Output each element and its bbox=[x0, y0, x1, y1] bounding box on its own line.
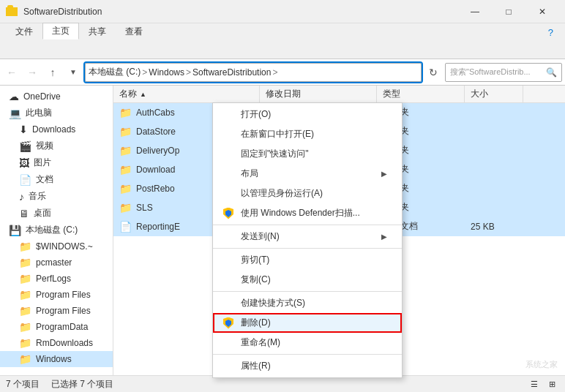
file-size-1 bbox=[465, 122, 523, 140]
ctx-item-0[interactable]: 打开(O) bbox=[213, 105, 402, 124]
maximize-button[interactable]: □ bbox=[492, 0, 525, 23]
sidebar-item-7[interactable]: 🖥桌面 bbox=[0, 205, 113, 222]
tab-home[interactable]: 主页 bbox=[42, 23, 79, 39]
ctx-label-13: 删除(D) bbox=[241, 317, 271, 329]
folder-icon: 📁 bbox=[119, 126, 132, 137]
path-part-1[interactable]: Windows bbox=[149, 67, 184, 78]
sidebar-icon-6: ♪ bbox=[19, 191, 24, 203]
sidebar-icon-7: 🖥 bbox=[19, 208, 29, 219]
ctx-item-9[interactable]: 剪切(T) bbox=[213, 250, 402, 270]
sidebar-item-2[interactable]: ⬇Downloads bbox=[0, 121, 113, 137]
sidebar-icon-2: ⬇ bbox=[19, 124, 28, 135]
close-button[interactable]: ✕ bbox=[525, 0, 559, 23]
sidebar-item-13[interactable]: 📁Program Files bbox=[0, 303, 113, 319]
path-part-0[interactable]: 本地磁盘 (C:) bbox=[89, 66, 141, 78]
sidebar-item-1[interactable]: 💻此电脑 bbox=[0, 105, 113, 121]
sidebar-item-6[interactable]: ♪音乐 bbox=[0, 188, 113, 205]
sidebar-label-10: pcmaster bbox=[36, 257, 72, 268]
ctx-item-10[interactable]: 复制(C) bbox=[213, 270, 402, 290]
tab-file[interactable]: 文件 bbox=[6, 23, 42, 39]
sidebar-item-8[interactable]: 💾本地磁盘 (C:) bbox=[0, 222, 113, 238]
context-menu: 打开(O)在新窗口中打开(E)固定到"快速访问"布局▶以管理员身份运行(A) 使… bbox=[212, 102, 403, 378]
sidebar-label-13: Program Files bbox=[36, 306, 91, 316]
address-path[interactable]: 本地磁盘 (C:) > Windows > SoftwareDistributi… bbox=[85, 63, 422, 82]
sidebar-item-9[interactable]: 📁$WINDOWS.~ bbox=[0, 238, 113, 255]
col-header-type[interactable]: 类型 bbox=[377, 86, 465, 102]
up-button[interactable]: ↑ bbox=[44, 64, 61, 81]
help-button[interactable]: ? bbox=[542, 26, 559, 39]
address-bar: ← → ↑ ▼ 本地磁盘 (C:) > Windows > SoftwareDi… bbox=[0, 59, 565, 86]
forward-button[interactable]: → bbox=[23, 64, 41, 81]
file-size-6: 25 KB bbox=[465, 217, 523, 235]
minimize-button[interactable]: — bbox=[458, 0, 492, 23]
ctx-item-5[interactable]: 使用 Windows Defender扫描... bbox=[213, 203, 402, 223]
ctx-item-16[interactable]: 属性(R) bbox=[213, 356, 402, 376]
search-placeholder: 搜索"SoftwareDistrib... bbox=[450, 67, 531, 78]
refresh-button[interactable]: ↻ bbox=[424, 64, 442, 81]
sidebar-label-6: 音乐 bbox=[29, 190, 46, 203]
file-size-3 bbox=[465, 160, 523, 178]
ctx-item-4[interactable]: 以管理员身份运行(A) bbox=[213, 184, 402, 203]
sidebar-icon-8: 💾 bbox=[9, 225, 21, 236]
sidebar-item-4[interactable]: 🖼图片 bbox=[0, 154, 113, 171]
ctx-label-9: 剪切(T) bbox=[241, 254, 269, 266]
sidebar: ☁OneDrive💻此电脑⬇Downloads🎬视频🖼图片📄文档♪音乐🖥桌面💾本… bbox=[0, 86, 113, 375]
sidebar-label-0: OneDrive bbox=[23, 91, 61, 102]
sidebar-item-10[interactable]: 📁pcmaster bbox=[0, 255, 113, 271]
sidebar-label-2: Downloads bbox=[32, 124, 75, 135]
file-size-0 bbox=[465, 103, 523, 121]
ctx-label-2: 固定到"快速访问" bbox=[241, 148, 309, 160]
large-icon-view-button[interactable]: ⊞ bbox=[545, 377, 559, 392]
sidebar-item-14[interactable]: 📁ProgramData bbox=[0, 319, 113, 335]
sidebar-label-16: Windows bbox=[36, 354, 72, 364]
file-size-4 bbox=[465, 179, 523, 197]
col-header-name[interactable]: 名称 ▲ bbox=[113, 86, 260, 102]
folder-icon: 📁 bbox=[119, 145, 132, 157]
file-size-5 bbox=[465, 198, 523, 216]
sidebar-icon-0: ☁ bbox=[9, 91, 19, 102]
ctx-item-12[interactable]: 创建快捷方式(S) bbox=[213, 293, 402, 313]
sidebar-icon-12: 📁 bbox=[19, 289, 31, 301]
sidebar-item-12[interactable]: 📁Program Files bbox=[0, 287, 113, 303]
ctx-divider-11 bbox=[213, 291, 402, 292]
ctx-divider-15 bbox=[213, 354, 402, 355]
col-header-size[interactable]: 大小 bbox=[465, 86, 523, 102]
ctx-item-14[interactable]: 重命名(M) bbox=[213, 333, 402, 353]
tab-view[interactable]: 查看 bbox=[116, 23, 152, 39]
sidebar-item-15[interactable]: 📁RmDownloads bbox=[0, 335, 113, 351]
ctx-item-13[interactable]: 删除(D) bbox=[213, 313, 402, 333]
item-count: 7 个项目 bbox=[6, 378, 40, 391]
ctx-label-7: 发送到(N) bbox=[241, 230, 280, 243]
sidebar-item-16[interactable]: 📁Windows bbox=[0, 351, 113, 367]
ctx-item-2[interactable]: 固定到"快速访问" bbox=[213, 144, 402, 164]
sidebar-item-0[interactable]: ☁OneDrive bbox=[0, 88, 113, 105]
sidebar-label-11: PerfLogs bbox=[36, 274, 71, 284]
folder-icon: 📁 bbox=[119, 164, 132, 176]
sidebar-label-12: Program Files bbox=[36, 290, 91, 300]
sidebar-label-15: RmDownloads bbox=[36, 338, 93, 348]
window-icon bbox=[6, 6, 18, 18]
sidebar-label-9: $WINDOWS.~ bbox=[36, 241, 93, 252]
recent-locations-button[interactable]: ▼ bbox=[64, 64, 82, 81]
ctx-label-10: 复制(C) bbox=[241, 274, 271, 286]
title-bar-icons bbox=[6, 6, 18, 18]
ctx-item-1[interactable]: 在新窗口中打开(E) bbox=[213, 124, 402, 144]
search-box[interactable]: 搜索"SoftwareDistrib... 🔍 bbox=[445, 63, 562, 82]
col-header-date[interactable]: 修改日期 bbox=[260, 86, 377, 102]
ctx-divider-6 bbox=[213, 225, 402, 225]
folder-icon: 📁 bbox=[119, 183, 132, 195]
ctx-divider-8 bbox=[213, 248, 402, 249]
ribbon: 文件 主页 共享 查看 ? bbox=[0, 23, 565, 59]
ctx-item-3[interactable]: 布局▶ bbox=[213, 164, 402, 184]
selected-count: 已选择 7 个项目 bbox=[51, 378, 113, 391]
back-button[interactable]: ← bbox=[3, 64, 20, 81]
details-view-button[interactable]: ☰ bbox=[527, 377, 542, 392]
ctx-item-7[interactable]: 发送到(N)▶ bbox=[213, 227, 402, 246]
ribbon-tabs: 文件 主页 共享 查看 ? bbox=[0, 23, 565, 39]
path-part-2[interactable]: SoftwareDistribution bbox=[192, 67, 271, 78]
sidebar-item-5[interactable]: 📄文档 bbox=[0, 171, 113, 188]
ctx-label-16: 属性(R) bbox=[241, 360, 271, 372]
tab-share[interactable]: 共享 bbox=[79, 23, 116, 39]
sidebar-item-3[interactable]: 🎬视频 bbox=[0, 137, 113, 154]
sidebar-item-11[interactable]: 📁PerfLogs bbox=[0, 271, 113, 287]
